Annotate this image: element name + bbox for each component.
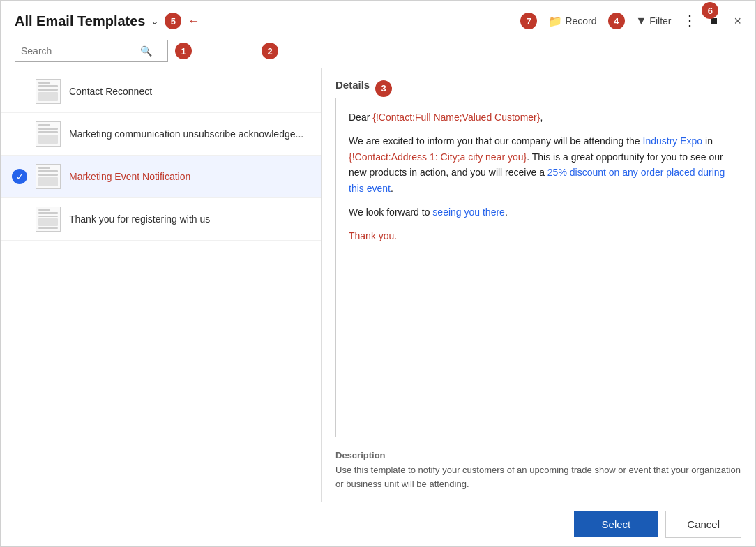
template-name: Marketing communication unsubscribe ackn… (69, 128, 303, 140)
filter-label: Filter (649, 15, 671, 27)
template-list: Contact Reconnect Marketing communicatio… (1, 68, 322, 502)
details-heading: Details (335, 79, 370, 91)
details-panel: Details 3 Dear {!Contact:Full Name;Value… (322, 68, 755, 502)
merge-field-city: {!Contact:Address 1: City;a city near yo… (349, 151, 527, 163)
email-body-1: We are excited to inform you that our co… (349, 133, 728, 196)
template-icon (36, 79, 61, 104)
title-area: All Email Templates ⌄ 5 ← (15, 13, 199, 29)
annotation-badge-1: 1 (175, 43, 192, 59)
email-salutation: Dear {!Contact:Full Name;Valued Customer… (349, 110, 728, 125)
record-icon: 📁 (548, 15, 562, 28)
template-icon (36, 207, 61, 232)
filter-icon: ▼ (636, 15, 647, 27)
highlight-expo: Industry Expo (643, 135, 703, 147)
annotation-badge-7: 7 (520, 13, 537, 29)
annotation-badge-5: 5 (165, 13, 181, 29)
more-options-area: ⋮ 6 (682, 12, 697, 30)
dialog-footer: Select Cancel (1, 502, 755, 546)
dot-indicator (711, 18, 717, 24)
description-section: Description Use this template to notify … (335, 450, 741, 490)
email-templates-dialog: All Email Templates ⌄ 5 ← 7 📁 Record 4 ▼… (0, 0, 756, 547)
more-options-button[interactable]: ⋮ (682, 12, 697, 30)
filter-button[interactable]: ▼ Filter (636, 15, 672, 27)
title-dropdown-chevron[interactable]: ⌄ (151, 15, 159, 27)
main-content: Contact Reconnect Marketing communicatio… (1, 68, 755, 502)
search-area: 🔍 1 2 (1, 37, 755, 68)
annotation-badge-3: 3 (375, 80, 392, 97)
template-icon (36, 121, 61, 147)
template-name-selected: Marketing Event Notification (69, 171, 190, 182)
list-item-selected[interactable]: ✓ Marketing Event Notification (1, 156, 321, 198)
annotation-badge-4: 4 (608, 13, 625, 29)
record-label: Record (565, 15, 596, 27)
header-actions: 7 📁 Record 4 ▼ Filter ⋮ 6 × (520, 12, 741, 30)
search-icon[interactable]: 🔍 (140, 45, 164, 57)
highlight-discount: 25% discount on any order placed during … (349, 167, 725, 193)
check-indicator: ✓ (12, 169, 27, 184)
description-text: Use this template to notify your custome… (335, 463, 741, 490)
dialog-header: All Email Templates ⌄ 5 ← 7 📁 Record 4 ▼… (1, 1, 755, 37)
record-button[interactable]: 📁 Record (548, 15, 596, 28)
arrow-5: ← (187, 14, 199, 29)
highlight-seeing: seeing you there (432, 207, 505, 218)
email-closing: Thank you. (349, 228, 728, 243)
select-button[interactable]: Select (574, 511, 659, 537)
merge-field-name: {!Contact:Full Name;Valued Customer} (372, 112, 540, 123)
template-icon (36, 164, 61, 189)
list-item[interactable]: Marketing communication unsubscribe ackn… (1, 113, 321, 156)
list-item[interactable]: Contact Reconnect (1, 70, 321, 113)
cancel-button[interactable]: Cancel (665, 511, 741, 538)
email-body-2: We look forward to seeing you there. (349, 204, 728, 220)
close-button[interactable]: × (734, 14, 741, 29)
template-name: Thank you for registering with us (69, 213, 210, 225)
list-item[interactable]: Thank you for registering with us (1, 198, 321, 241)
email-preview: Dear {!Contact:Full Name;Valued Customer… (335, 98, 741, 437)
template-name: Contact Reconnect (69, 86, 152, 97)
dialog-title: All Email Templates (15, 13, 145, 29)
annotation-badge-2: 2 (262, 43, 278, 59)
email-thankyou: Thank you. (349, 230, 397, 241)
description-label: Description (335, 450, 741, 460)
annotation-badge-6: 6 (702, 2, 718, 19)
